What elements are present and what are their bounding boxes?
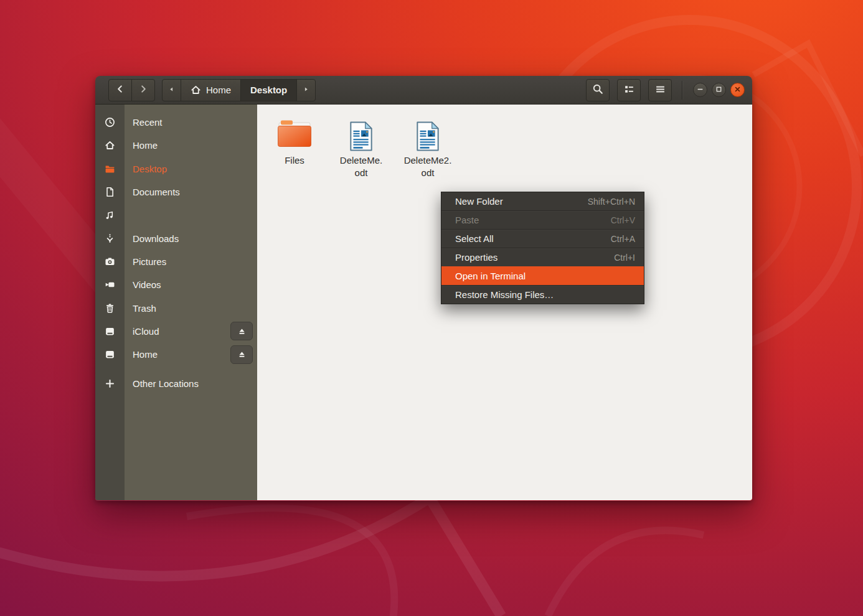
eject-icon	[237, 327, 247, 336]
menu-item-properties[interactable]: PropertiesCtrl+I	[441, 248, 644, 266]
menu-item-open-in-terminal[interactable]: Open in Terminal	[441, 266, 644, 285]
sidebar-item-label: Trash	[125, 303, 156, 314]
sidebar-item-icloud[interactable]: iCloud	[95, 320, 257, 343]
search-button[interactable]	[586, 79, 610, 101]
writer-document-icon	[346, 112, 377, 152]
close-icon	[733, 85, 742, 95]
menu-item-label: Properties	[455, 252, 498, 263]
eject-button[interactable]	[230, 345, 253, 364]
menu-item-restore-missing-files[interactable]: Restore Missing Files…	[441, 285, 644, 304]
file-name: DeleteMe.odt	[340, 154, 382, 179]
history-nav	[108, 79, 155, 101]
menu-item-select-all[interactable]: Select AllCtrl+A	[441, 229, 644, 248]
close-button[interactable]	[730, 83, 745, 97]
path-scroll-right-button[interactable]	[296, 79, 316, 101]
path-scroll-left-button[interactable]	[162, 79, 181, 101]
music-icon	[95, 210, 125, 220]
document-icon	[95, 187, 125, 197]
home-icon	[95, 140, 125, 151]
plus-icon	[95, 378, 125, 389]
sidebar-item-recent[interactable]: Recent	[95, 111, 257, 134]
download-icon	[95, 233, 125, 244]
trash-icon	[95, 303, 125, 314]
path-segment-desktop[interactable]: Desktop	[240, 79, 297, 101]
sidebar-item-label: Other Locations	[125, 378, 199, 389]
view-list-button[interactable]	[617, 79, 641, 101]
titlebar-right	[578, 79, 745, 101]
sidebar-item-pictures[interactable]: Pictures	[95, 250, 257, 273]
menu-item-shortcut: Ctrl+I	[614, 253, 635, 263]
file-name: DeleteMe2.odt	[404, 154, 452, 179]
sidebar-item-videos[interactable]: Videos	[95, 273, 257, 296]
chevron-right-icon	[138, 84, 148, 96]
drive-icon	[95, 326, 125, 337]
menu-item-label: Restore Missing Files…	[455, 289, 554, 300]
folder-icon	[95, 164, 125, 174]
sidebar-list: RecentHomeDesktopDocumentsDownloadsPictu…	[95, 105, 257, 396]
sidebar-item-trash[interactable]: Trash	[95, 296, 257, 319]
sidebar-item-label: Desktop	[125, 164, 167, 174]
titlebar-separator	[682, 81, 682, 100]
hamburger-icon	[655, 84, 666, 96]
minimize-icon	[696, 85, 704, 95]
sidebar-item-desktop[interactable]: Desktop	[95, 157, 257, 180]
path-segments: HomeDesktop	[181, 79, 297, 101]
menu-item-new-folder[interactable]: New FolderShift+Ctrl+N	[441, 192, 644, 210]
menu-item-shortcut: Shift+Ctrl+N	[588, 197, 635, 207]
desktop-wallpaper: HomeDesktop	[0, 0, 863, 616]
chevron-left-icon	[115, 84, 125, 96]
file-name: Files	[285, 154, 304, 167]
minimize-button[interactable]	[693, 83, 707, 97]
sidebar-item-label: Videos	[125, 279, 161, 290]
back-button[interactable]	[108, 79, 132, 101]
menu-item-shortcut: Ctrl+V	[611, 215, 635, 225]
menu-item-label: New Folder	[455, 196, 503, 207]
path-bar: HomeDesktop	[162, 79, 316, 101]
file-item-files[interactable]: Files	[263, 112, 326, 179]
files-window: HomeDesktop	[95, 76, 752, 501]
titlebar[interactable]: HomeDesktop	[95, 76, 752, 105]
app-menu-button[interactable]	[648, 79, 672, 101]
forward-button[interactable]	[131, 79, 155, 101]
sidebar-item-home[interactable]: Home	[95, 343, 257, 366]
eject-button[interactable]	[230, 322, 253, 340]
sidebar-item-label: Documents	[125, 187, 180, 197]
sidebar-item-downloads[interactable]: Downloads	[95, 226, 257, 250]
path-segment-label: Home	[206, 85, 231, 95]
menu-item-label: Select All	[455, 233, 494, 244]
maximize-button[interactable]	[712, 83, 726, 97]
menu-item-paste: PasteCtrl+V	[441, 210, 644, 229]
camera-icon	[95, 256, 125, 267]
sidebar-item-label: Pictures	[125, 256, 166, 267]
triangle-right-icon	[302, 85, 310, 95]
menu-item-label: Paste	[455, 215, 479, 225]
sidebar: RecentHomeDesktopDocumentsDownloadsPictu…	[95, 105, 257, 500]
sidebar-item-label: Recent	[125, 117, 163, 128]
menu-item-shortcut: Ctrl+A	[611, 234, 635, 244]
drive-icon	[95, 349, 125, 360]
sidebar-item-other-locations[interactable]: Other Locations	[95, 372, 257, 395]
path-segment-home[interactable]: Home	[181, 79, 241, 101]
file-item-deleteme2-odt[interactable]: DeleteMe2.odt	[397, 112, 459, 179]
clock-icon	[95, 117, 125, 128]
home-icon	[191, 85, 201, 95]
sidebar-item-label: iCloud	[125, 326, 159, 337]
search-icon	[592, 83, 603, 96]
sidebar-item-label: Home	[125, 140, 158, 151]
sidebar-item-label: Downloads	[125, 233, 179, 244]
writer-document-icon	[412, 112, 443, 152]
sidebar-item-home[interactable]: Home	[95, 134, 257, 157]
sidebar-item-music[interactable]	[95, 203, 257, 226]
file-item-deleteme-odt[interactable]: DeleteMe.odt	[330, 112, 392, 179]
sidebar-item-label: Home	[125, 349, 158, 360]
context-menu: New FolderShift+Ctrl+NPasteCtrl+VSelect …	[441, 192, 644, 304]
eject-icon	[237, 350, 247, 359]
video-icon	[95, 279, 125, 290]
maximize-icon	[715, 85, 723, 95]
window-body: RecentHomeDesktopDocumentsDownloadsPictu…	[95, 105, 752, 500]
triangle-left-icon	[167, 85, 176, 95]
sidebar-item-documents[interactable]: Documents	[95, 180, 257, 203]
path-segment-label: Desktop	[250, 85, 287, 95]
file-grid: FilesDeleteMe.odtDeleteMe2.odt	[263, 112, 459, 179]
folder-icon	[276, 112, 313, 152]
